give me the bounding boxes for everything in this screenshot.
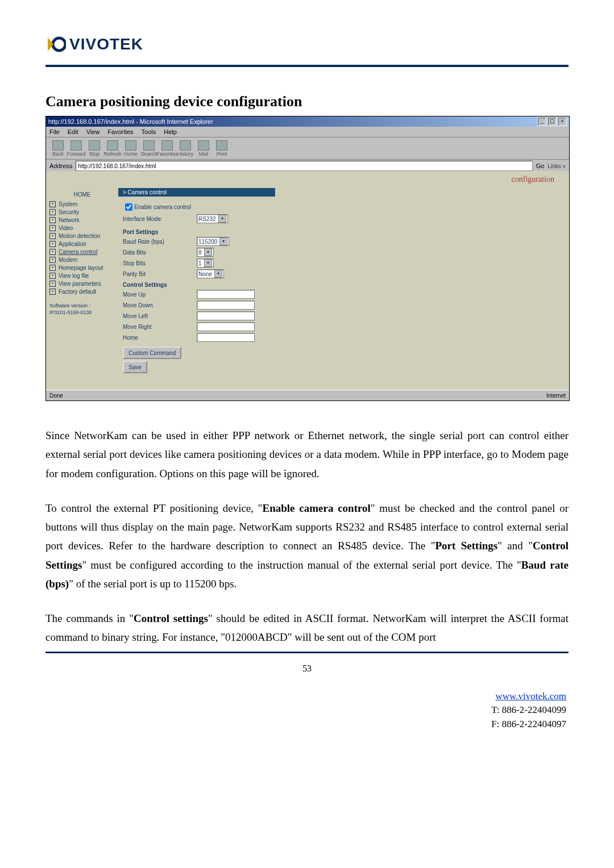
movedown-input[interactable] [197, 301, 255, 310]
config-sidebar: HOME +System +Security +Network +Video +… [46, 188, 118, 390]
chevron-down-icon: ▾ [204, 248, 212, 256]
logo-icon [45, 34, 66, 55]
moveright-input[interactable] [197, 322, 255, 331]
footer-tel: T: 886-2-22404099 [491, 704, 566, 715]
maximize-button[interactable]: ▢ [547, 117, 557, 126]
custom-command-button[interactable]: Custom Command [123, 347, 181, 359]
logo-text: VIVOTEK [69, 35, 143, 53]
stop-label: Stop Bits [123, 260, 197, 266]
home-icon [125, 140, 136, 151]
port-heading: Port Settings [123, 229, 158, 235]
stop-button[interactable]: Stop [86, 140, 103, 157]
panel-title: > Camera control [118, 188, 275, 197]
ie-window: http://192.168.0.167/index.html - Micros… [45, 116, 570, 401]
config-panel: > Camera control Enable camera control I… [118, 188, 569, 390]
moveup-input[interactable] [197, 290, 255, 299]
homecmd-label: Home [123, 335, 197, 341]
moveup-label: Move Up [123, 291, 197, 298]
sidebar-item-viewparams[interactable]: +View parameters [49, 281, 115, 287]
status-bar: Done Internet [46, 390, 569, 400]
chevron-down-icon: ▾ [219, 237, 227, 245]
parity-select[interactable]: None▾ [197, 269, 224, 278]
sidebar-item-security[interactable]: +Security [49, 209, 115, 215]
sidebar-item-system[interactable]: +System [49, 201, 115, 207]
expand-icon: + [49, 265, 56, 271]
enable-label: Enable camera control [134, 204, 191, 210]
menu-edit[interactable]: Edit [68, 128, 78, 135]
movedown-label: Move Down [123, 302, 197, 308]
favorites-icon [161, 140, 173, 151]
refresh-icon [107, 140, 118, 151]
menu-view[interactable]: View [86, 128, 100, 135]
footer-link[interactable]: www.vivotek.com [496, 691, 567, 702]
menu-help[interactable]: Help [164, 128, 177, 135]
mail-button[interactable]: Mail [195, 140, 212, 157]
forward-button[interactable]: Forward [68, 140, 85, 157]
window-titlebar: http://192.168.0.167/index.html - Micros… [46, 116, 569, 127]
moveleft-input[interactable] [197, 311, 255, 320]
iface-select[interactable]: RS232▾ [197, 214, 228, 223]
iface-label: Interface Mode: [123, 216, 197, 222]
sidebar-item-modem[interactable]: +Modem [49, 257, 115, 263]
minimize-button[interactable]: _ [537, 117, 546, 126]
sidebar-item-network[interactable]: +Network [49, 217, 115, 223]
enable-checkbox[interactable] [125, 203, 132, 211]
moveright-label: Move Right [123, 324, 197, 330]
ctrl-heading: Control Settings [123, 282, 167, 288]
home-button[interactable]: Home [122, 140, 139, 157]
svg-point-0 [53, 38, 65, 51]
search-icon [143, 140, 155, 151]
save-button[interactable]: Save [123, 361, 147, 373]
window-title: http://192.168.0.167/index.html - Micros… [48, 118, 213, 125]
go-button[interactable]: Go [536, 162, 545, 169]
paragraph-3: The commands in "Control settings" shoul… [45, 609, 569, 647]
sidebar-item-application[interactable]: +Application [49, 241, 115, 247]
expand-icon: + [49, 249, 56, 255]
links-button[interactable]: Links » [547, 163, 566, 169]
page-number: 53 [45, 663, 569, 674]
search-button[interactable]: Search [140, 140, 157, 157]
sidebar-item-motion[interactable]: +Motion detection [49, 233, 115, 239]
homecmd-input[interactable] [197, 333, 255, 342]
sidebar-item-camera-control[interactable]: +Camera control [49, 249, 115, 255]
address-field[interactable]: http://192.168.0.167/index.html [76, 161, 532, 171]
data-label: Data Bits [123, 249, 197, 256]
forward-icon [70, 140, 82, 151]
menu-favorites[interactable]: Favorites [107, 128, 133, 135]
menu-bar: File Edit View Favorites Tools Help [46, 127, 569, 137]
header-rule [45, 65, 569, 67]
paragraph-1: Since NetworKam can be used in either PP… [45, 426, 569, 483]
expand-icon: + [49, 257, 56, 263]
history-button[interactable]: History [177, 140, 194, 157]
data-select[interactable]: 8▾ [197, 248, 214, 257]
stop-icon [89, 140, 100, 151]
toolbar: Back Forward Stop Refresh Home Search Fa… [46, 137, 569, 160]
sidebar-item-video[interactable]: +Video [49, 225, 115, 231]
baud-select[interactable]: 115200▾ [197, 237, 229, 246]
close-button[interactable]: × [558, 117, 567, 126]
page-heading: Camera positioning device configuration [45, 93, 569, 110]
baud-label: Baud Rate (bps) [123, 239, 197, 245]
sidebar-item-factory[interactable]: +Factory default [49, 289, 115, 295]
menu-tools[interactable]: Tools [142, 128, 156, 135]
back-button[interactable]: Back [49, 140, 67, 157]
favorites-button[interactable]: Favorites [159, 140, 176, 157]
stop-select[interactable]: 1▾ [197, 258, 214, 268]
sidebar-item-viewlog[interactable]: +View log file [49, 273, 115, 279]
sidebar-home[interactable]: HOME [49, 191, 115, 198]
brand-logo: VIVOTEK [45, 34, 569, 55]
chevron-down-icon: ▾ [218, 215, 226, 223]
footer-fax: F: 886-2-22404097 [491, 719, 566, 729]
software-version: Software version :IP3101-5168-0130 [49, 303, 115, 316]
expand-icon: + [49, 233, 56, 239]
menu-file[interactable]: File [49, 128, 60, 135]
expand-icon: + [49, 289, 56, 295]
sidebar-item-homepage[interactable]: +Homepage layout [49, 265, 115, 271]
expand-icon: + [49, 217, 56, 223]
print-icon [216, 140, 227, 151]
expand-icon: + [49, 273, 56, 279]
expand-icon: + [49, 225, 56, 231]
refresh-button[interactable]: Refresh [104, 140, 121, 157]
print-button[interactable]: Print [213, 140, 230, 157]
parity-label: Parity Bit [123, 271, 197, 277]
